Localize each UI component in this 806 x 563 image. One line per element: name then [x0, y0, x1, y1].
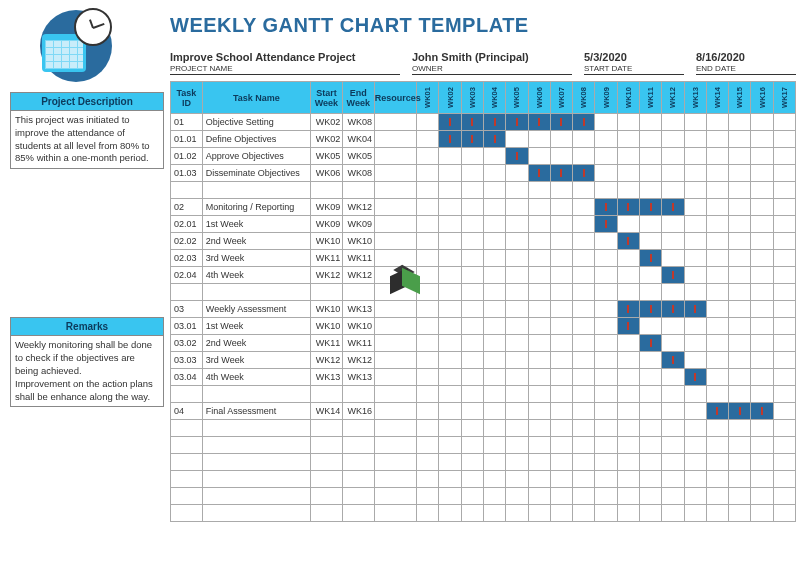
gantt-cell: [751, 335, 773, 352]
gantt-cell: [595, 233, 617, 250]
gantt-bar: [506, 148, 527, 164]
gantt-bar: [551, 114, 572, 130]
gantt-cell: [550, 114, 572, 131]
gantt-cell: [706, 335, 728, 352]
gantt-cell: [506, 505, 528, 522]
cell-name: Approve Objectives: [202, 148, 310, 165]
gantt-cell: [773, 267, 795, 284]
col-header-week: WK13: [684, 82, 706, 114]
gantt-cell: [550, 131, 572, 148]
gantt-cell: [773, 369, 795, 386]
gantt-cell: [706, 114, 728, 131]
gantt-cell: [729, 267, 751, 284]
gantt-cell: [573, 403, 595, 420]
gantt-cell: [506, 488, 528, 505]
gantt-cell: [461, 250, 483, 267]
gantt-cell: [595, 216, 617, 233]
gantt-cell: [573, 182, 595, 199]
cell-res: [374, 369, 416, 386]
gantt-cell: [417, 182, 439, 199]
cell-id: 04: [171, 403, 203, 420]
gantt-cell: [417, 216, 439, 233]
cell-sw: WK06: [311, 165, 343, 182]
gantt-cell: [483, 488, 505, 505]
gantt-cell: [483, 267, 505, 284]
gantt-cell: [506, 471, 528, 488]
gantt-cell: [751, 301, 773, 318]
table-row: 02Monitoring / ReportingWK09WK12: [171, 199, 796, 216]
table-row: [171, 182, 796, 199]
project-description-header: Project Description: [10, 92, 164, 111]
gantt-bar: [595, 199, 616, 215]
cell-res: [374, 318, 416, 335]
gantt-cell: [662, 335, 684, 352]
gantt-cell: [550, 335, 572, 352]
gantt-cell: [483, 131, 505, 148]
cell-name: [202, 437, 310, 454]
table-row: 01Objective SettingWK02WK08: [171, 114, 796, 131]
gantt-cell: [528, 284, 550, 301]
gantt-cell: [439, 182, 461, 199]
gantt-cell: [706, 454, 728, 471]
cell-id: 01.03: [171, 165, 203, 182]
gantt-cell: [461, 471, 483, 488]
gantt-cell: [528, 420, 550, 437]
gantt-cell: [662, 114, 684, 131]
gantt-cell: [528, 386, 550, 403]
cell-sw: [311, 488, 343, 505]
gantt-cell: [417, 437, 439, 454]
gantt-cell: [461, 216, 483, 233]
gantt-bar: [529, 165, 550, 181]
gantt-cell: [483, 403, 505, 420]
gantt-cell: [506, 301, 528, 318]
col-header-week: WK01: [417, 82, 439, 114]
gantt-cell: [751, 471, 773, 488]
gantt-cell: [506, 318, 528, 335]
remarks-header: Remarks: [10, 317, 164, 336]
cell-res: [374, 488, 416, 505]
gantt-cell: [751, 369, 773, 386]
gantt-cell: [729, 114, 751, 131]
cell-id: [171, 420, 203, 437]
table-row: [171, 437, 796, 454]
cell-id: 03.02: [171, 335, 203, 352]
gantt-cell: [550, 250, 572, 267]
gantt-bar: [662, 199, 683, 215]
cell-sw: [311, 284, 343, 301]
cell-res: [374, 335, 416, 352]
cell-name: [202, 420, 310, 437]
gantt-bar: [439, 131, 460, 147]
gantt-cell: [751, 488, 773, 505]
gantt-cell: [729, 318, 751, 335]
gantt-cell: [483, 114, 505, 131]
gantt-cell: [706, 352, 728, 369]
gantt-cell: [662, 437, 684, 454]
gantt-cell: [751, 267, 773, 284]
gantt-cell: [506, 216, 528, 233]
gantt-cell: [439, 454, 461, 471]
gantt-cell: [706, 148, 728, 165]
remarks-box: Remarks Weekly monitoring shall be done …: [10, 317, 164, 407]
gantt-table: Task ID Task Name Start Week End Week Re…: [170, 81, 796, 522]
gantt-cell: [483, 199, 505, 216]
cell-id: 02.02: [171, 233, 203, 250]
cell-sw: [311, 454, 343, 471]
gantt-cell: [617, 233, 639, 250]
gantt-cell: [706, 233, 728, 250]
gantt-cell: [639, 403, 661, 420]
gantt-cell: [639, 199, 661, 216]
cell-ew: WK08: [342, 114, 374, 131]
gantt-cell: [506, 165, 528, 182]
gantt-cell: [528, 437, 550, 454]
col-header-week: WK08: [573, 82, 595, 114]
cell-id: 03.03: [171, 352, 203, 369]
gantt-cell: [417, 454, 439, 471]
gantt-cell: [506, 403, 528, 420]
gantt-cell: [684, 199, 706, 216]
gantt-cell: [461, 148, 483, 165]
end-date-label: END DATE: [696, 64, 796, 73]
cell-ew: WK05: [342, 148, 374, 165]
cell-id: [171, 454, 203, 471]
cell-id: [171, 505, 203, 522]
gantt-cell: [684, 301, 706, 318]
